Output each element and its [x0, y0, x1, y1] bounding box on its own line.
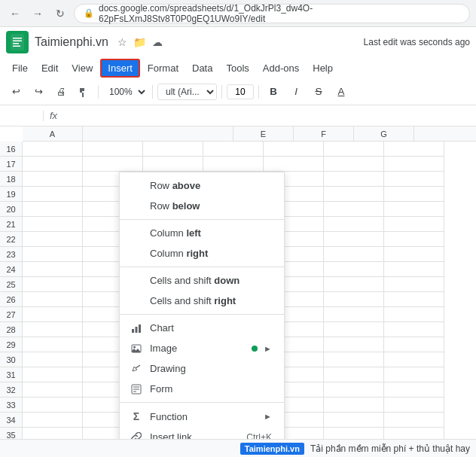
bottom-promo: Taimienphi.vn Tải phần mềm miễn phí + th… — [240, 443, 470, 455]
menu-item-col-left[interactable]: Column left — [120, 223, 284, 243]
undo-button[interactable]: ↩ — [6, 82, 26, 102]
link-label: Insert link — [150, 431, 234, 439]
svg-rect-1 — [13, 38, 22, 39]
chart-icon — [129, 323, 144, 334]
zoom-select[interactable]: 100% — [103, 84, 148, 99]
menu-item-row-below[interactable]: Row below — [120, 196, 284, 216]
reload-button[interactable]: ↻ — [51, 5, 69, 23]
menu-item-form[interactable]: Form — [120, 379, 284, 399]
svg-rect-6 — [136, 327, 138, 333]
menu-data[interactable]: Data — [186, 60, 218, 76]
cells-down-label: Cells and shift down — [150, 275, 272, 286]
bottom-bar: Taimienphi.vn Tải phần mềm miễn phí + th… — [0, 439, 476, 457]
svg-rect-4 — [13, 46, 20, 47]
toolbar-divider-2 — [152, 85, 153, 99]
drawing-label: Drawing — [150, 363, 272, 374]
col-right-label: Column right — [150, 248, 272, 259]
function-arrow-icon: ► — [264, 412, 272, 421]
svg-rect-2 — [13, 41, 22, 42]
menu-item-cells-down[interactable]: Cells and shift down — [120, 270, 284, 291]
menu-item-function[interactable]: Σ Function ► — [120, 406, 284, 427]
title-icons: ☆ 📁 ☁ — [117, 36, 163, 48]
svg-rect-3 — [13, 43, 19, 44]
link-shortcut: Ctrl+K — [246, 432, 272, 440]
address-bar[interactable]: 🔒 docs.google.com/spreadsheets/d/1_OdkJr… — [74, 4, 470, 23]
forward-button[interactable]: → — [29, 5, 47, 23]
row-below-label: Row below — [150, 200, 272, 212]
separator-1 — [120, 219, 284, 220]
toolbar-divider-4 — [258, 85, 259, 99]
svg-line-10 — [136, 365, 140, 368]
cells-right-label: Cells and shift right — [150, 295, 272, 306]
link-icon — [129, 432, 144, 440]
toolbar-divider-1 — [98, 85, 99, 99]
font-size-input[interactable] — [227, 84, 254, 99]
function-icon: Σ — [129, 410, 144, 422]
menu-item-cells-right[interactable]: Cells and shift right — [120, 291, 284, 311]
function-label: Function — [150, 411, 258, 422]
menu-view[interactable]: View — [66, 60, 99, 76]
svg-rect-5 — [132, 329, 134, 333]
form-label: Form — [150, 383, 272, 395]
italic-button[interactable]: I — [286, 82, 306, 102]
row-above-label: Row above — [150, 180, 272, 191]
toolbar: ↩ ↪ 🖨 100% ult (Ari... B I S A — [0, 78, 476, 105]
redo-button[interactable]: ↪ — [29, 82, 48, 102]
separator-4 — [120, 402, 284, 403]
folder-icon[interactable]: 📁 — [133, 36, 146, 48]
col-left-label: Column left — [150, 227, 272, 239]
spreadsheet-area: A E F G 16 17 18 19 20 21 22 23 24 25 26… — [0, 126, 476, 439]
menu-item-chart[interactable]: Chart — [120, 318, 284, 338]
menu-bar: File Edit View Insert Format Data Tools … — [0, 57, 476, 78]
formula-bar: fx — [0, 105, 476, 126]
back-button[interactable]: ← — [6, 5, 24, 23]
separator-2 — [120, 267, 284, 267]
svg-rect-7 — [139, 324, 141, 333]
formula-input[interactable] — [63, 110, 470, 121]
font-select[interactable]: ult (Ari... — [157, 84, 217, 100]
image-label: Image — [150, 343, 246, 354]
address-text: docs.google.com/spreadsheets/d/1_OdkJrPl… — [99, 3, 460, 24]
print-button[interactable]: 🖨 — [51, 82, 71, 102]
bold-button[interactable]: B — [264, 82, 283, 102]
sheets-app: Taimienphi.vn ☆ 📁 ☁ Last edit was second… — [0, 27, 476, 457]
menu-item-image[interactable]: Image ► — [120, 338, 284, 358]
browser-bar: ← → ↻ 🔒 docs.google.com/spreadsheets/d/1… — [0, 0, 476, 27]
menu-format[interactable]: Format — [142, 60, 185, 76]
underline-button[interactable]: A — [331, 82, 351, 102]
dropdown-overlay: Row above Row below Column left Column r… — [0, 126, 476, 439]
cell-reference-input[interactable] — [6, 111, 44, 121]
drawing-icon — [129, 364, 144, 374]
image-icon — [129, 343, 144, 354]
menu-item-drawing[interactable]: Drawing — [120, 358, 284, 379]
promo-brand-label: Taimienphi.vn — [240, 443, 304, 455]
form-icon — [129, 384, 144, 395]
strikethrough-button[interactable]: S — [309, 82, 328, 102]
insert-dropdown-menu: Row above Row below Column left Column r… — [119, 172, 285, 439]
image-dot — [252, 346, 258, 352]
paint-format-button[interactable] — [74, 82, 93, 102]
cloud-icon[interactable]: ☁ — [152, 36, 163, 48]
last-edit-label: Last edit was seconds ago — [364, 37, 470, 47]
file-title: Taimienphi.vn — [35, 35, 108, 49]
fx-label: fx — [50, 110, 57, 121]
menu-tools[interactable]: Tools — [220, 60, 255, 76]
toolbar-divider-3 — [221, 85, 222, 99]
menu-item-insert-link[interactable]: Insert link Ctrl+K — [120, 427, 284, 439]
chart-label: Chart — [150, 322, 272, 334]
menu-insert[interactable]: Insert — [100, 59, 140, 78]
menu-edit[interactable]: Edit — [35, 60, 64, 76]
menu-addons[interactable]: Add-ons — [257, 60, 305, 76]
svg-rect-0 — [11, 34, 24, 50]
image-arrow-icon: ► — [264, 344, 272, 353]
lock-icon: 🔒 — [84, 8, 94, 18]
menu-file[interactable]: File — [6, 60, 34, 76]
title-bar: Taimienphi.vn ☆ 📁 ☁ Last edit was second… — [0, 27, 476, 57]
promo-text-label: Tải phần mềm miễn phí + thủ thuật hay — [310, 443, 470, 454]
sheets-logo — [6, 31, 29, 53]
separator-3 — [120, 314, 284, 315]
menu-item-col-right[interactable]: Column right — [120, 243, 284, 264]
menu-item-row-above[interactable]: Row above — [120, 175, 284, 196]
star-icon[interactable]: ☆ — [117, 36, 127, 48]
menu-help[interactable]: Help — [307, 60, 339, 76]
